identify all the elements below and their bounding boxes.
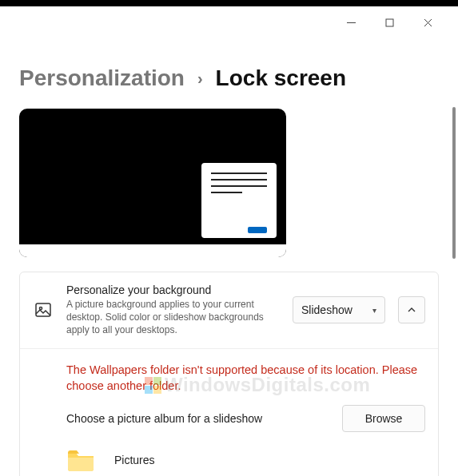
personalize-title: Personalize your background [66,284,280,296]
svg-rect-1 [386,19,393,26]
personalize-background-card: Personalize your background A picture ba… [19,272,439,476]
choose-album-label: Choose a picture album for a slideshow [66,412,262,425]
preview-login-widget [201,163,277,238]
breadcrumb-parent[interactable]: Personalization [19,65,185,91]
minimize-button[interactable] [340,14,362,30]
personalize-description: A picture background applies to your cur… [66,298,280,337]
choose-album-row: Choose a picture album for a slideshow B… [66,405,425,432]
personalize-background-row: Personalize your background A picture ba… [20,272,438,348]
collapse-section-button[interactable] [398,296,425,323]
background-mode-select[interactable]: Slideshow ▾ [293,296,385,323]
chevron-down-icon: ▾ [372,306,376,315]
lock-screen-preview [19,109,286,257]
album-folder-item[interactable]: Pictures [66,448,425,472]
content-area: Personalize your background A picture ba… [0,91,458,476]
window-controls [335,6,444,38]
album-folder-name: Pictures [114,454,155,466]
maximize-button[interactable] [378,14,400,30]
background-mode-value: Slideshow [301,303,352,316]
vertical-scrollbar[interactable] [452,107,456,259]
picture-icon [33,299,54,320]
svg-rect-4 [36,303,50,316]
folder-error-message: The Wallpapers folder isn't supported be… [66,362,425,395]
black-top-strip [0,0,458,6]
browse-button-label: Browse [365,412,403,425]
preview-taskbar [19,244,286,257]
close-button[interactable] [416,14,439,30]
browse-button[interactable]: Browse [342,405,425,432]
preview-signin-chip [248,227,267,233]
settings-window: Personalization › Lock screen [0,6,458,476]
folder-icon [66,448,95,472]
page-title: Lock screen [216,65,346,91]
chevron-right-icon: › [197,69,203,88]
slideshow-settings-section: The Wallpapers folder isn't supported be… [20,348,438,476]
